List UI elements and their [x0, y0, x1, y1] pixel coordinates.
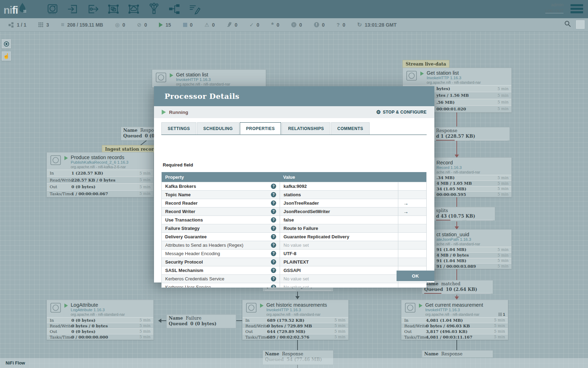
output-port-icon[interactable] — [85, 2, 101, 16]
canvas-footer: NiFi Flow — [0, 358, 588, 368]
running-indicator-icon — [260, 304, 264, 308]
help-icon[interactable] — [271, 276, 276, 281]
funnel-icon[interactable] — [146, 2, 162, 16]
status-refresh[interactable]: ↻13:01:28 GMT — [357, 21, 397, 28]
stat-row: Tasks/Time0 / 00:00:00.0005 min — [47, 334, 153, 340]
tab-properties[interactable]: PROPERTIES — [240, 122, 281, 135]
go-to-service-icon[interactable] — [403, 200, 408, 206]
property-row: Message Header Encoding UTF-8 — [162, 249, 426, 258]
hand-icon: ☝ — [3, 53, 10, 59]
remote-process-group-icon[interactable] — [126, 2, 141, 16]
property-row: Kerberos Credentials Service No value se… — [162, 274, 426, 283]
stat-row: Tasks/Time1 / 00:00:00.0675 min — [47, 190, 153, 197]
help-icon[interactable] — [271, 226, 276, 231]
stop-and-configure-button[interactable]: ⚙ STOP & CONFIGURE — [376, 109, 427, 115]
connection-line — [456, 222, 457, 227]
operate-palette-button[interactable]: ☝ — [2, 52, 11, 61]
help-icon[interactable] — [271, 217, 276, 223]
processor-get-station-list-top[interactable]: Get station list InvokeHTTP 1.16.3 org.a… — [152, 69, 266, 88]
dialog-title: Processor Details — [164, 92, 239, 101]
global-menu-icon[interactable] — [570, 4, 583, 15]
disabled-icon — [227, 22, 232, 27]
stopped-icon — [183, 23, 187, 27]
running-indicator-icon — [162, 110, 166, 115]
connection-line — [297, 340, 298, 350]
stat-row: Tasks/Time689 / 00:02:02.5765 min — [243, 334, 348, 340]
running-indicator-icon — [419, 304, 422, 308]
flow-label-stream-live-data[interactable]: Stream live-data — [402, 60, 449, 68]
status-stopped: 0 — [183, 22, 193, 28]
help-icon[interactable] — [271, 268, 276, 273]
stale-icon: ↑ — [291, 22, 296, 27]
template-icon[interactable] — [167, 2, 182, 16]
connection-arrow — [295, 296, 300, 299]
ok-button[interactable]: OK — [397, 271, 434, 281]
queued-icon: ≡ — [61, 21, 64, 28]
help-icon[interactable] — [271, 285, 276, 288]
logout-link[interactable]: LOG OUT — [545, 9, 564, 13]
queue-count-bar — [300, 290, 331, 291]
table-header: Property Value — [162, 172, 426, 182]
stat-row: Tasks/Time4,081 / 00:03:11.1675 min — [401, 334, 508, 340]
processor-type-icon — [404, 302, 416, 314]
search-icon[interactable] — [564, 20, 571, 29]
help-icon[interactable] — [271, 192, 276, 197]
help-icon[interactable] — [271, 200, 276, 206]
nifi-application: nifi admin LOG OUT 1 / 1 3 ≡208 / 159.11… — [0, 0, 588, 368]
connection-label-response-right[interactable]: Response d 1 (228.57 KB) — [422, 127, 510, 141]
connection-label-response-bottom-right[interactable]: NameResponse — [422, 350, 493, 358]
property-row: Delivery Guarantee Guarantee Replicated … — [162, 232, 426, 241]
processor-icon[interactable] — [45, 2, 60, 16]
processor-type-icon — [406, 70, 418, 82]
tab-comments[interactable]: COMMENTS — [331, 122, 370, 135]
status-running: 15 — [159, 22, 171, 28]
status-transmitting: ◎0 — [115, 22, 125, 28]
input-port-icon[interactable] — [65, 2, 80, 16]
queue-count-bar — [467, 220, 493, 221]
breadcrumb[interactable]: NiFi Flow — [6, 361, 25, 366]
logo-text: ni — [4, 4, 12, 16]
connection-label-failure[interactable]: NameFailure Queued0 (0 bytes) — [166, 314, 236, 328]
stat-row: In689 (179.52 KB)5 min — [243, 317, 348, 323]
help-icon[interactable] — [271, 184, 276, 189]
go-to-service-icon[interactable] — [403, 209, 408, 214]
processor-get-current-measurement[interactable]: Get current measurement InvokeHTTP 1.16.… — [401, 300, 508, 340]
label-icon[interactable] — [187, 2, 202, 16]
status-stale: ↑0 — [291, 22, 302, 28]
help-icon[interactable] — [271, 259, 276, 265]
dialog-status-row: Running ⚙ STOP & CONFIGURE — [154, 106, 434, 118]
help-icon[interactable] — [271, 234, 276, 239]
queue-size-bar — [424, 293, 455, 294]
tab-settings[interactable]: SETTINGS — [161, 122, 196, 135]
properties-table: Property Value Kafka Brokers kafka:9092 … — [161, 172, 427, 288]
app-header: nifi admin LOG OUT — [0, 0, 588, 18]
stat-row: Read/Write0 bytes / 729.89 MB5 min — [243, 323, 348, 328]
processor-type-icon — [50, 302, 62, 314]
dialog-tabs: SETTINGS SCHEDULING PROPERTIES RELATIONS… — [161, 122, 427, 135]
processor-produce-station-records[interactable]: Produce station records PublishKafkaReco… — [47, 152, 154, 197]
transmitting-icon: ◎ — [115, 22, 120, 28]
processor-type-icon — [50, 155, 62, 166]
property-row: Record Writer JsonRecordSetWriter — [162, 207, 426, 216]
navigate-palette-button[interactable] — [2, 39, 11, 48]
help-icon[interactable] — [271, 251, 276, 256]
property-row: Kerberos User Service No value set — [162, 283, 426, 288]
run-status-text: Running — [169, 110, 188, 115]
tab-scheduling[interactable]: SCHEDULING — [197, 122, 239, 135]
help-icon[interactable] — [271, 243, 276, 248]
tab-relationships[interactable]: RELATIONSHIPS — [282, 122, 330, 135]
help-icon[interactable] — [271, 209, 276, 214]
stat-row: Read/Write228.57 KB / 0 bytes5 min — [47, 177, 153, 184]
stat-row: In0 (0 bytes)5 min — [47, 317, 153, 323]
stat-row: Read/Write0 bytes / 496.03 KB5 min — [401, 323, 508, 328]
nifi-logo: nifi — [4, 2, 45, 16]
process-group-icon[interactable] — [106, 2, 121, 16]
panel-toggle-button[interactable] — [576, 20, 584, 29]
processor-log-attribute[interactable]: LogAttribute LogAttribute 1.16.3 org.apa… — [47, 300, 154, 340]
refresh-icon[interactable]: ↻ — [357, 21, 362, 28]
running-indicator-icon — [64, 156, 68, 160]
status-queued: ≡208 / 159.11 MB — [61, 21, 103, 28]
locally-modified-icon: * — [271, 23, 274, 27]
processor-get-historic-measurements[interactable]: Get historic measurements InvokeHTTP 1.1… — [242, 300, 349, 340]
not-transmitting-icon: ⊘ — [137, 22, 142, 28]
